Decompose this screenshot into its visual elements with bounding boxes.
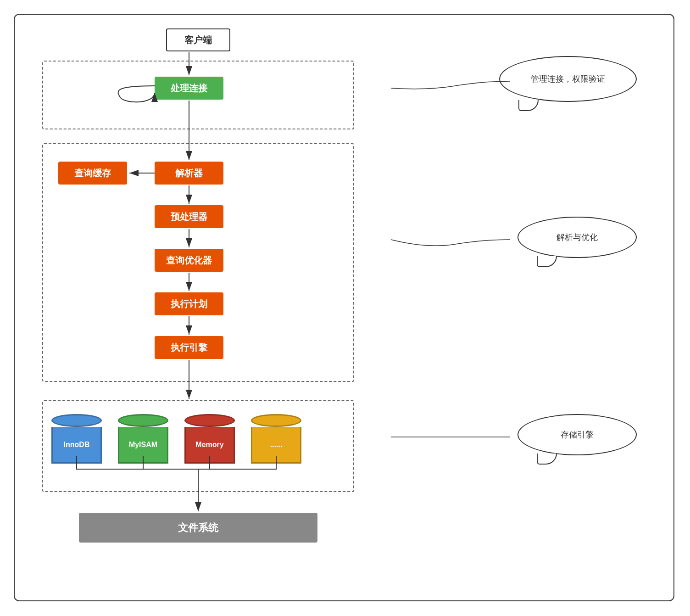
cylinder-innodb-top [51,414,102,427]
node-exec-engine: 执行引擎 [155,336,223,359]
node-exec-plan: 执行计划 [155,292,223,315]
cylinder-memory-body: Memory [184,427,235,464]
main-diagram: 客户端 处理连接 查询缓存 解析器 预处理器 查询优化器 执行计划 执行引擎 文… [14,14,674,601]
cylinder-memory-top [184,414,235,427]
cylinder-innodb-body: InnoDB [51,427,102,464]
node-connection: 处理连接 [155,77,223,100]
cylinder-myisam-body: MyISAM [118,427,168,464]
cylinder-other-top [251,414,301,427]
bubble-admin: 管理连接，权限验证 [499,56,637,102]
bubble-storage: 存储引擎 [518,414,637,455]
cylinder-myisam: MyISAM [118,414,168,464]
bubble-parse: 解析与优化 [518,217,637,258]
node-query-cache: 查询缓存 [58,162,127,185]
cylinder-other: ...... [251,414,301,464]
cylinder-myisam-top [118,414,168,427]
node-filesystem: 文件系统 [79,513,317,543]
node-client: 客户端 [166,28,230,51]
node-optimizer: 查询优化器 [155,249,223,272]
cylinder-other-body: ...... [251,427,301,464]
node-parser: 解析器 [155,162,223,185]
cylinder-memory: Memory [184,414,235,464]
node-preprocessor: 预处理器 [155,205,223,228]
cylinder-innodb: InnoDB [51,414,102,464]
